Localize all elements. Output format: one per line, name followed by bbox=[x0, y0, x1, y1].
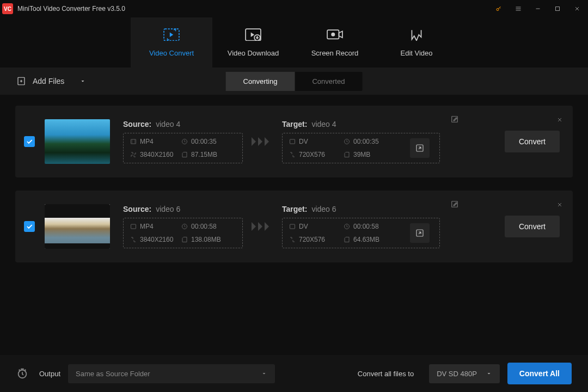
remove-item-button[interactable] bbox=[556, 115, 563, 125]
target-format: DV bbox=[299, 223, 308, 230]
segment-converted[interactable]: Converted bbox=[295, 72, 362, 91]
tab-screen-record[interactable]: Screen Record bbox=[294, 17, 376, 68]
output-label: Output bbox=[39, 370, 60, 378]
main-tabs: Video Convert Video Download Screen Reco… bbox=[0, 17, 588, 68]
source-name: video 6 bbox=[156, 205, 180, 213]
source-format: MP4 bbox=[140, 223, 154, 230]
target-size: 39MB bbox=[353, 151, 370, 158]
file-list: Source:video 4 MP4 00:00:35 3840X2160 87… bbox=[0, 95, 588, 262]
video-thumbnail bbox=[45, 119, 110, 164]
format-value: DV SD 480P bbox=[437, 370, 477, 378]
edit-target-button[interactable] bbox=[410, 223, 430, 243]
convert-icon bbox=[163, 28, 180, 41]
tab-label: Video Download bbox=[228, 49, 279, 57]
list-item: Source:video 6 MP4 00:00:58 3840X2160 13… bbox=[15, 191, 573, 262]
svg-rect-10 bbox=[290, 139, 295, 144]
convert-button[interactable]: Convert bbox=[505, 216, 560, 237]
titlebar: VC MiniTool Video Converter Free v3.5.0 bbox=[0, 0, 588, 17]
segment-converting[interactable]: Converting bbox=[226, 72, 295, 91]
record-icon bbox=[327, 28, 343, 41]
download-icon bbox=[245, 28, 261, 41]
add-files-button[interactable]: Add Files bbox=[16, 76, 86, 86]
clock-icon[interactable] bbox=[16, 367, 28, 379]
target-size: 64.63MB bbox=[353, 236, 379, 243]
source-resolution: 3840X2160 bbox=[140, 151, 173, 158]
source-label: Source: bbox=[123, 120, 151, 128]
source-duration: 00:00:58 bbox=[191, 223, 217, 230]
source-meta: Source:video 6 MP4 00:00:58 3840X2160 13… bbox=[123, 205, 243, 248]
close-button[interactable] bbox=[568, 1, 586, 16]
minimize-button[interactable] bbox=[529, 1, 547, 16]
target-label: Target: bbox=[282, 120, 307, 128]
tab-edit-video[interactable]: Edit Video bbox=[376, 17, 457, 68]
toolbar: Add Files Converting Converted bbox=[0, 68, 588, 95]
footer: Output Same as Source Folder Convert all… bbox=[0, 355, 588, 392]
tab-label: Video Convert bbox=[149, 49, 194, 57]
key-icon[interactable] bbox=[490, 1, 507, 16]
chevron-down-icon bbox=[486, 370, 492, 377]
edit-icon bbox=[408, 28, 425, 41]
source-size: 87.15MB bbox=[191, 151, 217, 158]
svg-rect-8 bbox=[131, 139, 136, 144]
target-duration: 00:00:35 bbox=[353, 138, 379, 145]
svg-rect-16 bbox=[290, 224, 295, 229]
add-file-icon bbox=[16, 76, 26, 86]
convert-all-button[interactable]: Convert All bbox=[507, 363, 572, 384]
maximize-button[interactable] bbox=[549, 1, 566, 16]
tab-label: Screen Record bbox=[311, 49, 359, 57]
remove-item-button[interactable] bbox=[556, 200, 563, 210]
tab-video-download[interactable]: Video Download bbox=[212, 17, 294, 68]
source-resolution: 3840X2160 bbox=[140, 236, 173, 243]
format-select[interactable]: DV SD 480P bbox=[429, 364, 500, 383]
status-segment: Converting Converted bbox=[226, 72, 363, 91]
target-format: DV bbox=[299, 138, 308, 145]
convert-all-label: Convert all files to bbox=[358, 370, 414, 378]
item-checkbox[interactable] bbox=[24, 221, 35, 232]
arrow-icon bbox=[250, 136, 274, 147]
target-name: video 6 bbox=[311, 205, 336, 213]
target-name: video 4 bbox=[311, 120, 336, 128]
source-format: MP4 bbox=[140, 138, 154, 145]
svg-rect-14 bbox=[131, 224, 136, 229]
item-checkbox[interactable] bbox=[24, 136, 35, 147]
chevron-down-icon[interactable] bbox=[79, 78, 86, 84]
list-item: Source:video 4 MP4 00:00:35 3840X2160 87… bbox=[15, 106, 573, 177]
tab-video-convert[interactable]: Video Convert bbox=[131, 17, 212, 68]
target-duration: 00:00:58 bbox=[353, 223, 379, 230]
video-thumbnail bbox=[45, 204, 110, 249]
target-resolution: 720X576 bbox=[299, 236, 325, 243]
edit-target-button[interactable] bbox=[410, 138, 430, 158]
target-meta: Target:video 4 DV 00:00:35 720X576 39MB bbox=[282, 120, 440, 163]
arrow-icon bbox=[250, 221, 274, 232]
source-name: video 4 bbox=[156, 120, 180, 128]
target-resolution: 720X576 bbox=[299, 151, 325, 158]
chevron-down-icon bbox=[261, 370, 267, 377]
source-meta: Source:video 4 MP4 00:00:35 3840X2160 87… bbox=[123, 120, 243, 163]
edit-metadata-icon[interactable] bbox=[451, 200, 458, 210]
output-path-value: Same as Source Folder bbox=[76, 370, 150, 378]
edit-metadata-icon[interactable] bbox=[451, 115, 458, 125]
svg-rect-1 bbox=[556, 7, 560, 11]
menu-icon[interactable] bbox=[510, 1, 527, 16]
app-logo: VC bbox=[2, 3, 13, 14]
source-label: Source: bbox=[123, 205, 151, 213]
source-duration: 00:00:35 bbox=[191, 138, 217, 145]
convert-button[interactable]: Convert bbox=[505, 131, 560, 152]
output-path-select[interactable]: Same as Source Folder bbox=[68, 364, 275, 383]
source-size: 138.08MB bbox=[191, 236, 221, 243]
target-meta: Target:video 6 DV 00:00:58 720X576 64.63… bbox=[282, 205, 440, 248]
add-files-label: Add Files bbox=[33, 77, 64, 85]
target-label: Target: bbox=[282, 205, 307, 213]
svg-point-6 bbox=[332, 33, 334, 35]
tab-label: Edit Video bbox=[400, 49, 432, 57]
app-title: MiniTool Video Converter Free v3.5.0 bbox=[17, 5, 490, 13]
